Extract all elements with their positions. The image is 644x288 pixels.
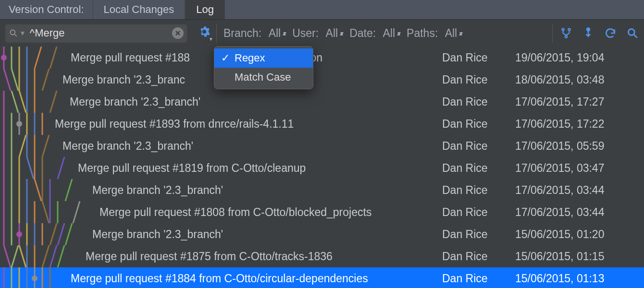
commit-author: Dan Rice bbox=[442, 118, 515, 131]
commit-row[interactable]: Merge branch '2.3_branch'Dan Rice17/06/2… bbox=[0, 179, 644, 201]
tool-window-title: Version Control: bbox=[0, 0, 93, 19]
svg-point-7 bbox=[587, 28, 589, 31]
svg-line-17 bbox=[50, 47, 57, 69]
svg-line-26 bbox=[19, 91, 26, 113]
filter-user-label: User: bbox=[292, 27, 319, 40]
clear-search-icon[interactable] bbox=[172, 27, 184, 39]
commit-message: Merge pull request #1819 from C-Otto/cle… bbox=[78, 162, 442, 175]
collapse-icon[interactable] bbox=[582, 26, 595, 40]
svg-point-5 bbox=[568, 28, 570, 30]
commit-author: Dan Rice bbox=[442, 206, 515, 219]
commit-message: Merge pull request #1884 from C-Otto/cir… bbox=[71, 272, 442, 285]
filter-date[interactable]: Date: All ▴▾ bbox=[349, 27, 398, 40]
tool-window-header: Version Control: Local Changes Log bbox=[0, 0, 644, 20]
commit-row[interactable]: Merge branch '2.3_brancDan Rice18/06/201… bbox=[0, 69, 644, 91]
filter-branch[interactable]: Branch: All ▴▾ bbox=[223, 27, 284, 40]
commit-message: Merge branch '2.3_branch' bbox=[92, 184, 442, 197]
svg-point-90 bbox=[32, 276, 37, 281]
intellisort-icon[interactable] bbox=[559, 26, 573, 40]
svg-line-79 bbox=[19, 245, 26, 267]
filter-paths[interactable]: Paths: All ▴▾ bbox=[407, 27, 460, 40]
svg-line-16 bbox=[35, 47, 41, 69]
commit-row[interactable]: Merge branch '2.3_branch'Dan Rice15/06/2… bbox=[0, 223, 644, 245]
svg-line-25 bbox=[12, 91, 18, 113]
svg-point-0 bbox=[10, 30, 15, 35]
tab-log[interactable]: Log bbox=[185, 0, 225, 19]
search-icon[interactable] bbox=[9, 28, 18, 38]
commit-row[interactable]: Merge pull request #1875 from C-Otto/tra… bbox=[0, 245, 644, 267]
search-field-wrapper: ▼ bbox=[5, 24, 187, 43]
commit-row[interactable]: Merge pull request #1884 from C-Otto/cir… bbox=[0, 267, 644, 288]
commit-graph-cell bbox=[0, 91, 103, 113]
svg-line-74 bbox=[50, 223, 57, 245]
svg-line-84 bbox=[58, 245, 64, 267]
svg-line-77 bbox=[4, 245, 11, 267]
svg-line-63 bbox=[42, 201, 49, 223]
commit-date: 17/06/2015, 03:44 bbox=[515, 184, 639, 197]
search-input[interactable] bbox=[26, 27, 172, 39]
filter-user[interactable]: User: All ▴▾ bbox=[292, 27, 341, 40]
chevron-down-icon: ▼ bbox=[209, 36, 213, 42]
svg-line-23 bbox=[42, 69, 49, 91]
svg-line-57 bbox=[65, 179, 72, 201]
commit-date: 15/06/2015, 01:20 bbox=[515, 228, 639, 241]
svg-point-33 bbox=[16, 121, 22, 127]
spinner-icon: ▴▾ bbox=[283, 31, 284, 36]
menu-item-regex[interactable]: ✓ Regex bbox=[214, 48, 313, 68]
spinner-icon: ▴▾ bbox=[459, 31, 460, 36]
commit-author: Dan Rice bbox=[442, 96, 515, 108]
commit-date: 18/06/2015, 03:48 bbox=[515, 73, 639, 86]
svg-line-82 bbox=[42, 245, 49, 267]
svg-point-9 bbox=[628, 29, 634, 35]
commit-message: Merge branch '2.3_branch' bbox=[70, 96, 442, 108]
search-settings-button[interactable]: ▼ bbox=[192, 24, 217, 43]
commit-date: 17/06/2015, 17:27 bbox=[515, 96, 639, 108]
commit-author: Dan Rice bbox=[442, 272, 515, 285]
filter-branch-label: Branch: bbox=[223, 27, 261, 40]
commit-author: Dan Rice bbox=[442, 228, 515, 241]
commit-date: 17/06/2015, 05:59 bbox=[515, 140, 639, 153]
commit-row[interactable]: Merge pull request #1819 from C-Otto/cle… bbox=[0, 157, 644, 179]
commit-author: Dan Rice bbox=[442, 162, 515, 175]
commit-graph-cell bbox=[0, 245, 103, 267]
commit-message: Merge pull request #1808 from C-Otto/blo… bbox=[99, 206, 442, 219]
commit-date: 15/06/2015, 01:13 bbox=[515, 272, 639, 285]
search-history-chevron-icon[interactable]: ▼ bbox=[19, 29, 26, 37]
filter-paths-label: Paths: bbox=[407, 27, 438, 40]
svg-line-54 bbox=[35, 179, 41, 201]
commit-row[interactable]: Merge pull request #1893 from dnrce/rail… bbox=[0, 113, 644, 135]
commit-author: Dan Rice bbox=[442, 73, 515, 86]
commit-graph-cell bbox=[0, 179, 103, 201]
svg-line-39 bbox=[19, 135, 26, 157]
toolbar-right-actions bbox=[552, 24, 639, 43]
spinner-icon: ▴▾ bbox=[340, 31, 341, 36]
menu-item-match-case[interactable]: Match Case bbox=[214, 68, 313, 87]
menu-item-regex-label: Regex bbox=[235, 52, 265, 64]
commit-row[interactable]: Merge branch '2.3_branch'Dan Rice17/06/2… bbox=[0, 91, 644, 113]
svg-line-10 bbox=[634, 35, 637, 38]
commit-graph-cell bbox=[0, 223, 103, 245]
commit-row[interactable]: Merge pull request #1808 from C-Otto/blo… bbox=[0, 201, 644, 223]
svg-point-6 bbox=[565, 36, 567, 37]
go-to-icon[interactable] bbox=[626, 26, 639, 40]
commit-row[interactable]: Merge pull request #188 viconDan Rice19/… bbox=[0, 47, 644, 69]
log-toolbar: ▼ ▼ Branch: All ▴▾ User: All ▴▾ Date: Al… bbox=[0, 20, 644, 47]
svg-line-76 bbox=[65, 223, 72, 245]
tab-local-changes[interactable]: Local Changes bbox=[93, 0, 186, 19]
menu-item-match-case-label: Match Case bbox=[235, 71, 291, 84]
commit-graph-cell bbox=[0, 267, 103, 288]
commit-date: 17/06/2015, 03:47 bbox=[515, 162, 639, 175]
commit-author: Dan Rice bbox=[442, 140, 515, 153]
svg-line-78 bbox=[12, 245, 18, 267]
search-settings-popup: ✓ Regex Match Case bbox=[214, 46, 313, 89]
commit-log[interactable]: Merge pull request #188 viconDan Rice19/… bbox=[0, 47, 644, 288]
svg-point-70 bbox=[16, 231, 22, 237]
check-icon: ✓ bbox=[221, 52, 235, 64]
filter-branch-value: All bbox=[269, 27, 281, 40]
commit-date: 15/06/2015, 01:15 bbox=[515, 250, 639, 263]
commit-row[interactable]: Merge branch '2.3_branch'Dan Rice17/06/2… bbox=[0, 135, 644, 157]
filter-paths-value: All bbox=[445, 27, 458, 40]
commit-graph-cell bbox=[0, 157, 103, 179]
refresh-icon[interactable] bbox=[604, 26, 617, 40]
commit-date: 17/06/2015, 17:22 bbox=[515, 118, 639, 131]
